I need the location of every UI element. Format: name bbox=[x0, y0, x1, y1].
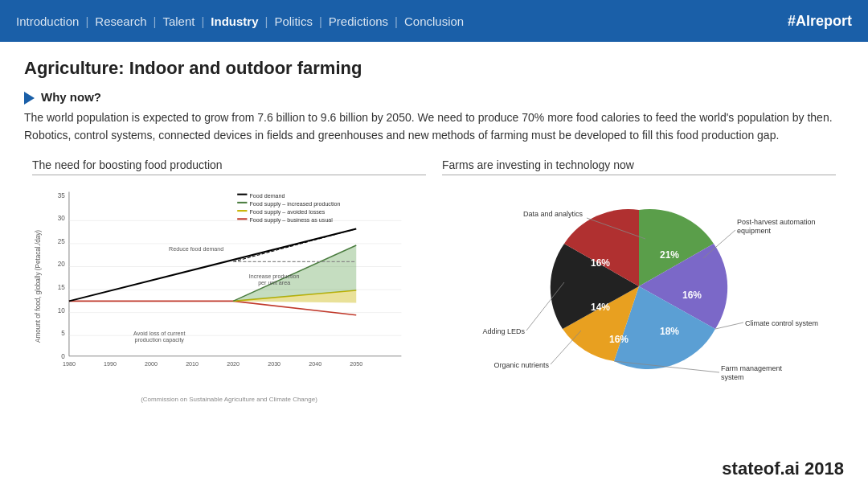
svg-text:10: 10 bbox=[58, 307, 66, 314]
line-chart-svg: Amount of food, globally (Petacal./day) … bbox=[32, 182, 426, 391]
svg-text:Data and analytics: Data and analytics bbox=[523, 210, 583, 218]
triangle-icon bbox=[24, 92, 35, 105]
left-chart-title: The need for boosting food production bbox=[32, 158, 426, 175]
svg-rect-36 bbox=[237, 202, 247, 203]
svg-text:16%: 16% bbox=[682, 290, 702, 301]
svg-text:16%: 16% bbox=[591, 257, 610, 269]
svg-text:2020: 2020 bbox=[227, 361, 240, 368]
right-chart-title: Farms are investing in technology now bbox=[442, 158, 836, 175]
svg-line-58 bbox=[715, 323, 743, 329]
svg-text:Food supply – business as usua: Food supply – business as usual bbox=[250, 218, 334, 224]
svg-text:Food demand: Food demand bbox=[250, 193, 285, 199]
svg-text:Increase production: Increase production bbox=[249, 273, 300, 280]
svg-text:5: 5 bbox=[61, 331, 65, 338]
svg-text:Food supply – avoided losses: Food supply – avoided losses bbox=[250, 210, 326, 216]
svg-text:0: 0 bbox=[61, 353, 65, 360]
nav-hashtag: #AIreport bbox=[788, 13, 852, 30]
svg-text:2010: 2010 bbox=[186, 361, 199, 368]
nav-sep-5: | bbox=[319, 14, 322, 28]
why-now-section: Why now? bbox=[24, 90, 844, 105]
charts-row: The need for boosting food production Am… bbox=[24, 158, 844, 391]
svg-text:Avoid loss of current: Avoid loss of current bbox=[133, 331, 185, 338]
nav-item-talent[interactable]: Talent bbox=[162, 14, 194, 28]
svg-text:20: 20 bbox=[58, 261, 66, 269]
line-chart-container: Amount of food, globally (Petacal./day) … bbox=[32, 182, 426, 391]
svg-text:equipment: equipment bbox=[737, 227, 772, 235]
svg-text:15: 15 bbox=[58, 284, 66, 291]
page-title: Agriculture: Indoor and outdoor farming bbox=[24, 58, 844, 79]
svg-text:2030: 2030 bbox=[268, 361, 280, 368]
svg-rect-34 bbox=[237, 194, 247, 195]
svg-text:14%: 14% bbox=[591, 302, 610, 313]
svg-text:35: 35 bbox=[58, 192, 66, 199]
nav-sep-4: | bbox=[265, 14, 268, 28]
pie-chart-svg: 21% 16% 18% 16% 14% 16% Data and analyti… bbox=[446, 186, 832, 387]
nav-sep-1: | bbox=[85, 14, 88, 28]
svg-text:25: 25 bbox=[58, 238, 66, 245]
nav-sep-3: | bbox=[201, 14, 204, 28]
footer-brand: stateof.ai 2018 bbox=[722, 458, 844, 479]
svg-text:1980: 1980 bbox=[63, 361, 76, 368]
svg-text:1990: 1990 bbox=[104, 361, 117, 368]
pie-chart-container: 21% 16% 18% 16% 14% 16% Data and analyti… bbox=[442, 182, 836, 391]
svg-text:system: system bbox=[721, 373, 744, 381]
why-now-label: Why now? bbox=[41, 90, 101, 104]
svg-text:2040: 2040 bbox=[309, 361, 321, 368]
svg-text:Post-harvest automation: Post-harvest automation bbox=[737, 218, 816, 226]
nav-sep-6: | bbox=[395, 14, 398, 28]
svg-text:per unit area: per unit area bbox=[258, 280, 290, 286]
svg-rect-40 bbox=[237, 219, 247, 220]
svg-text:21%: 21% bbox=[660, 249, 679, 261]
svg-text:18%: 18% bbox=[660, 326, 679, 337]
body-text: The world population is expected to grow… bbox=[24, 109, 836, 144]
svg-text:production capacity: production capacity bbox=[135, 338, 185, 344]
nav-bar: Introduction | Research | Talent | Indus… bbox=[0, 0, 868, 42]
svg-text:Farm management: Farm management bbox=[721, 364, 783, 372]
svg-line-26 bbox=[233, 302, 356, 315]
svg-text:Climate control system: Climate control system bbox=[745, 319, 818, 327]
left-chart-panel: The need for boosting food production Am… bbox=[24, 158, 434, 391]
nav-item-research[interactable]: Research bbox=[95, 14, 146, 28]
svg-text:2000: 2000 bbox=[145, 361, 158, 368]
chart-source: (Commission on Sustainable Agriculture a… bbox=[32, 396, 426, 403]
nav-item-introduction[interactable]: Introduction bbox=[16, 14, 79, 28]
svg-text:Amount of food, globally (Peta: Amount of food, globally (Petacal./day) bbox=[35, 230, 42, 343]
svg-rect-38 bbox=[237, 210, 247, 212]
nav-item-conclusion[interactable]: Conclusion bbox=[404, 14, 464, 28]
svg-text:Adding LEDs: Adding LEDs bbox=[482, 327, 525, 335]
nav-item-predictions[interactable]: Predictions bbox=[329, 14, 388, 28]
nav-item-politics[interactable]: Politics bbox=[274, 14, 313, 28]
svg-text:Organic nutrients: Organic nutrients bbox=[493, 361, 549, 369]
svg-text:30: 30 bbox=[58, 216, 66, 223]
nav-item-industry[interactable]: Industry bbox=[211, 14, 258, 28]
svg-text:16%: 16% bbox=[609, 334, 628, 345]
main-content: Agriculture: Indoor and outdoor farming … bbox=[0, 42, 868, 399]
nav-links: Introduction | Research | Talent | Indus… bbox=[16, 14, 464, 28]
svg-text:Reduce food demand: Reduce food demand bbox=[169, 246, 223, 253]
svg-text:Food supply – increased produc: Food supply – increased production bbox=[250, 201, 341, 208]
nav-sep-2: | bbox=[154, 14, 157, 28]
right-chart-panel: Farms are investing in technology now bbox=[434, 158, 844, 391]
svg-text:2050: 2050 bbox=[350, 361, 362, 368]
svg-line-63 bbox=[551, 331, 581, 364]
